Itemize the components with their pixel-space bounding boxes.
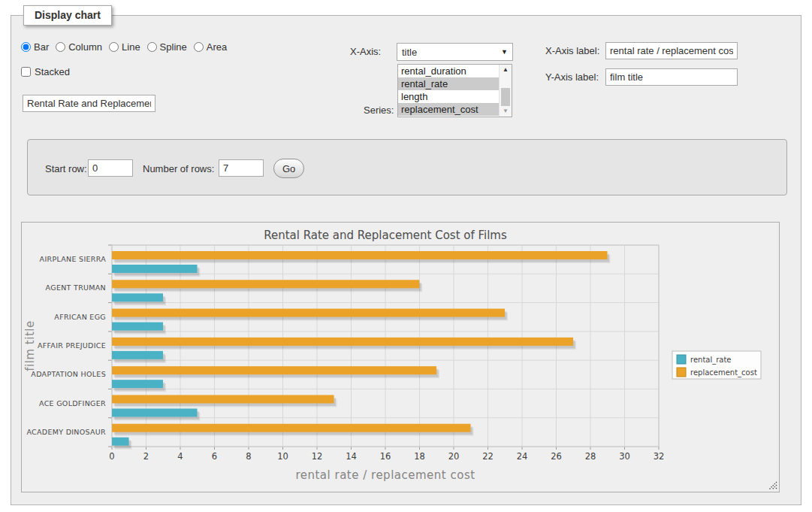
go-button[interactable]: Go — [273, 159, 304, 178]
resize-handle[interactable] — [768, 481, 777, 490]
series-option-rental-duration[interactable]: rental_duration — [398, 65, 499, 77]
bar-rental_rate — [112, 293, 163, 301]
chart-type-option-line[interactable]: Line — [109, 41, 140, 53]
bar-replacement_cost — [112, 366, 436, 374]
chart-type-label-bar: Bar — [34, 41, 49, 53]
series-listbox-label: Series: — [364, 105, 394, 116]
chart-type-label-area: Area — [207, 41, 227, 53]
x-tick-label: 26 — [551, 451, 562, 462]
chart-type-option-bar[interactable]: Bar — [21, 41, 49, 53]
x-axis-label-field-label: X-Axis label: — [545, 45, 599, 56]
chart-type-option-spline[interactable]: Spline — [147, 41, 187, 53]
x-tick-label: 10 — [277, 451, 288, 462]
chart-bars: AIRPLANE SIERRAAGENT TRUMANAFRICAN EGGAF… — [26, 251, 610, 450]
chart-type-option-column[interactable]: Column — [56, 41, 102, 53]
bar-replacement_cost — [112, 395, 334, 403]
chart-type-label-column: Column — [68, 41, 102, 53]
bar-replacement_cost — [112, 309, 505, 317]
x-axis-label-input[interactable] — [605, 42, 738, 59]
chart-panel: Rental Rate and Replacement Cost of Film… — [21, 222, 780, 492]
start-row-input[interactable] — [88, 159, 133, 177]
chart-title-input[interactable] — [23, 95, 155, 112]
chart-legend: rental_ratereplacement_cost — [672, 351, 761, 379]
series-option-length[interactable]: length — [398, 90, 499, 103]
chart-type-label-line: Line — [122, 41, 140, 53]
bar-replacement_cost — [112, 280, 419, 288]
y-axis-label-field-label: Y-Axis label: — [545, 71, 599, 83]
y-axis-label-input[interactable] — [605, 68, 738, 86]
category-label: ACE GOLDFINGER — [39, 399, 106, 407]
scroll-up-icon[interactable]: ▲ — [503, 65, 509, 75]
x-tick-label: 8 — [246, 451, 251, 462]
fieldset-legend: Display chart — [23, 5, 112, 26]
x-tick-label: 0 — [109, 451, 114, 462]
x-tick-label: 12 — [312, 451, 323, 462]
resize-grip-icon — [768, 481, 777, 490]
series-option-rental-rate[interactable]: rental_rate — [398, 77, 499, 90]
y-axis-title: film title — [23, 320, 37, 371]
bar-rental_rate — [112, 323, 163, 331]
series-option-replacement-cost[interactable]: replacement_cost — [398, 103, 499, 116]
scrollbar-thumb[interactable] — [501, 88, 510, 106]
x-axis-title: rental rate / replacement cost — [295, 468, 475, 482]
x-tick-label: 16 — [380, 451, 391, 462]
chart-type-radio-column[interactable] — [56, 42, 65, 52]
bar-rental_rate — [112, 351, 163, 359]
legend-label-rental_rate: rental_rate — [690, 356, 732, 365]
chart-type-radio-spline[interactable] — [147, 42, 157, 52]
chart-type-label-spline: Spline — [160, 41, 187, 53]
x-tick-label: 22 — [482, 451, 494, 462]
series-listbox[interactable]: rental_duration rental_rate length repla… — [397, 64, 512, 117]
category-label: AGENT TRUMAN — [46, 283, 106, 292]
x-tick-label: 14 — [346, 451, 357, 462]
start-row-label: Start row: — [45, 163, 87, 174]
x-tick-label: 28 — [585, 451, 596, 462]
x-tick-label: 18 — [414, 451, 425, 462]
x-axis-select-label: X-Axis: — [350, 46, 381, 57]
x-axis-select[interactable]: title ▼ — [397, 43, 513, 61]
bar-rental_rate — [112, 438, 129, 446]
category-label: AFFAIR PREJUDICE — [38, 341, 106, 350]
legend-label-replacement_cost: replacement_cost — [690, 368, 757, 377]
number-of-rows-input[interactable] — [219, 159, 264, 177]
bar-rental_rate — [112, 265, 198, 273]
x-tick-label: 20 — [448, 451, 460, 462]
x-tick-label: 24 — [517, 451, 528, 462]
series-options: rental_duration rental_rate length repla… — [398, 65, 499, 117]
x-tick-label: 4 — [177, 451, 183, 462]
chart-type-option-area[interactable]: Area — [194, 41, 227, 53]
bar-replacement_cost — [112, 251, 608, 259]
x-tick-label: 30 — [619, 451, 630, 462]
chart-type-radio-area[interactable] — [194, 42, 204, 52]
page: Display chart Bar Column Line Spline Are… — [0, 0, 812, 512]
number-of-rows-label: Number of rows: — [143, 163, 214, 174]
stacked-option[interactable]: Stacked — [21, 66, 70, 77]
stacked-label: Stacked — [35, 66, 70, 77]
chevron-down-icon: ▼ — [501, 48, 508, 56]
listbox-scrollbar[interactable]: ▲ ▼ — [499, 65, 512, 117]
bar-chart: Rental Rate and Replacement Cost of Film… — [22, 223, 779, 492]
chart-type-radio-bar[interactable] — [21, 42, 31, 52]
category-label: AIRPLANE SIERRA — [40, 255, 107, 263]
x-tick-label: 32 — [654, 451, 665, 462]
x-axis-selected-value: title — [402, 47, 501, 58]
chart-type-radio-line[interactable] — [109, 42, 119, 52]
legend-swatch-replacement_cost — [677, 368, 686, 377]
bar-rental_rate — [112, 380, 163, 388]
x-tick-label: 6 — [212, 451, 217, 462]
category-label: ADAPTATION HOLES — [31, 370, 106, 378]
category-label: ACADEMY DINOSAUR — [26, 428, 106, 436]
bar-rental_rate — [112, 408, 198, 417]
stacked-checkbox[interactable] — [21, 67, 31, 77]
category-label: AFRICAN EGG — [54, 313, 106, 321]
x-tick-label: 2 — [143, 451, 149, 462]
rows-panel — [27, 139, 787, 195]
scroll-down-icon[interactable]: ▼ — [503, 106, 509, 117]
chart-title: Rental Rate and Replacement Cost of Film… — [264, 229, 507, 242]
chart-type-radio-group: Bar Column Line Spline Area — [21, 41, 234, 53]
bar-replacement_cost — [112, 424, 471, 432]
legend-swatch-rental_rate — [677, 355, 686, 364]
bar-replacement_cost — [112, 338, 573, 346]
